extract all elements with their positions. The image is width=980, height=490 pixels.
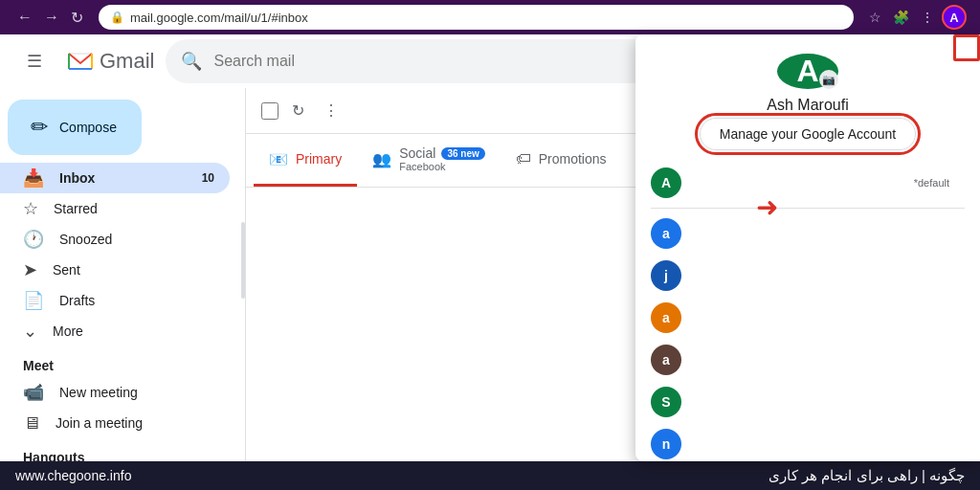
more-email-options-button[interactable]: ⋮ — [318, 96, 345, 125]
inbox-label: Inbox — [59, 170, 187, 186]
search-input[interactable] — [213, 53, 698, 70]
sidebar-item-new-meeting[interactable]: 📹 New meeting — [0, 377, 230, 408]
sidebar-item-more[interactable]: ⌄ More — [0, 316, 230, 346]
extension-button[interactable]: 🧩 — [889, 6, 913, 29]
drafts-label: Drafts — [59, 293, 214, 308]
sidebar-item-drafts[interactable]: 📄 Drafts — [0, 285, 230, 316]
sidebar-item-starred[interactable]: ☆ Starred — [0, 193, 230, 224]
account-row-2[interactable]: j — [651, 255, 965, 297]
account-row-3[interactable]: a — [651, 297, 965, 339]
drafts-icon: 📄 — [23, 290, 44, 311]
refresh-button[interactable]: ↻ — [67, 5, 87, 31]
search-icon: 🔍 — [181, 51, 202, 72]
new-meeting-icon: 📹 — [23, 382, 44, 403]
tab-social[interactable]: 👥 Social 36 new Facebook — [357, 134, 501, 187]
primary-tab-icon: 📧 — [269, 150, 288, 168]
sent-label: Sent — [53, 262, 214, 278]
join-meeting-label: Join a meeting — [56, 415, 214, 431]
sidebar-item-inbox[interactable]: 📥 Inbox 10 — [0, 163, 230, 193]
camera-icon[interactable]: 📷 — [819, 70, 838, 89]
snoozed-icon: 🕐 — [23, 229, 44, 250]
browser-profile-icon[interactable]: A — [942, 5, 967, 30]
account-popup: A 📷 Ash Maroufi Manage your Google Accou… — [635, 34, 980, 461]
account-row-0[interactable]: A — [651, 162, 681, 204]
starred-label: Starred — [54, 201, 214, 216]
address-bar[interactable]: 🔒 mail.google.com/mail/u/1/#inbox — [99, 5, 854, 30]
social-tab-subtitle: Facebook — [399, 161, 485, 172]
scrollbar-hint — [241, 222, 245, 299]
social-tab-icon: 👥 — [372, 150, 391, 168]
refresh-email-button[interactable]: ↻ — [286, 96, 310, 125]
select-all-checkbox[interactable] — [261, 102, 278, 120]
gmail-logo-text: Gmail — [100, 49, 154, 74]
account-avatar-1: a — [651, 218, 681, 249]
popup-avatar-letter: A — [796, 54, 818, 89]
tab-promotions[interactable]: 🏷 Promotions — [501, 134, 622, 187]
account-avatar-0: A — [651, 167, 681, 198]
promotions-tab-label: Promotions — [539, 151, 607, 167]
forward-button[interactable]: → — [40, 5, 63, 30]
account-row-5[interactable]: S — [651, 381, 965, 423]
popup-user-avatar: A 📷 — [777, 54, 838, 89]
url-text: mail.google.com/mail/u/1/#inbox — [130, 11, 308, 25]
popup-username: Ash Maroufi — [767, 97, 848, 114]
sidebar-item-snoozed[interactable]: 🕐 Snoozed — [0, 224, 230, 255]
hangouts-section-label: Hangouts — [0, 438, 245, 461]
social-tab-badge: 36 new — [441, 147, 484, 160]
menu-button[interactable]: ☰ — [15, 42, 54, 80]
manage-account-button[interactable]: Manage your Google Account — [700, 118, 916, 150]
account-avatar-4: a — [651, 345, 681, 375]
tab-primary[interactable]: 📧 Primary — [254, 134, 357, 187]
account-avatar-2: j — [651, 260, 681, 291]
gmail-logo: Gmail — [65, 46, 154, 77]
social-tab-label: Social — [399, 145, 435, 161]
accounts-divider — [651, 208, 965, 209]
browser-actions: ☆ 🧩 ⋮ A — [859, 5, 972, 30]
promotions-tab-icon: 🏷 — [516, 150, 531, 167]
lock-icon: 🔒 — [110, 11, 124, 24]
browser-chrome: ← → ↻ 🔒 mail.google.com/mail/u/1/#inbox … — [0, 0, 980, 34]
sidebar: ✏ Compose 📥 Inbox 10 ☆ Starred 🕐 Snoozed… — [0, 88, 245, 461]
new-meeting-label: New meeting — [59, 385, 214, 400]
compose-plus-icon: ✏ — [31, 115, 48, 140]
account-row-6[interactable]: n — [651, 423, 965, 461]
browser-nav: ← → ↻ — [8, 0, 93, 34]
more-label: More — [53, 323, 214, 339]
more-icon: ⌄ — [23, 321, 37, 342]
compose-button[interactable]: ✏ Compose — [8, 100, 142, 155]
compose-label: Compose — [59, 120, 117, 135]
inbox-icon: 📥 — [23, 167, 44, 189]
sent-icon: ➤ — [23, 259, 37, 280]
sidebar-item-sent[interactable]: ➤ Sent — [0, 255, 230, 285]
star-button[interactable]: ☆ — [865, 6, 885, 29]
banner-url: www.chegoone.info — [15, 468, 131, 483]
starred-icon: ☆ — [23, 198, 38, 219]
more-options-button[interactable]: ⋮ — [917, 6, 938, 29]
account-row-1[interactable]: a — [651, 212, 965, 255]
back-button[interactable]: ← — [13, 5, 36, 30]
banner-text: چگونه | راهی برای انجام هر کاری — [768, 467, 965, 484]
bottom-banner: www.chegoone.info چگونه | راهی برای انجا… — [0, 461, 980, 490]
account-avatar-3: a — [651, 302, 681, 333]
join-meeting-icon: 🖥 — [23, 413, 40, 434]
inbox-count: 10 — [202, 171, 214, 185]
account-row-4[interactable]: a — [651, 339, 965, 381]
sidebar-item-join-meeting[interactable]: 🖥 Join a meeting — [0, 408, 230, 438]
default-label: *default — [914, 177, 949, 189]
gmail-m-icon — [65, 46, 96, 77]
meet-section-label: Meet — [0, 346, 245, 377]
snoozed-label: Snoozed — [59, 232, 214, 247]
account-avatar-5: S — [651, 387, 681, 417]
popup-accounts-list: A *default a j a a S n M — [635, 162, 980, 461]
account-avatar-6: n — [651, 429, 681, 459]
primary-tab-label: Primary — [296, 151, 342, 167]
